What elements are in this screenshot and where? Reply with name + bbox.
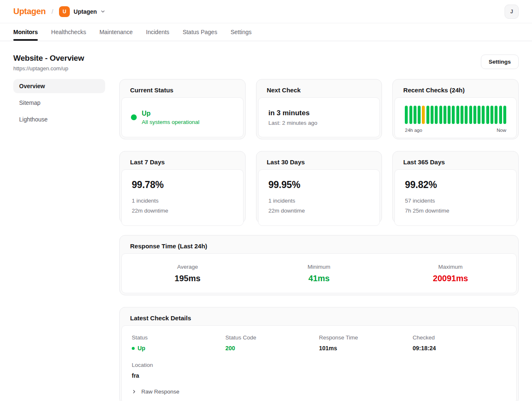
check-bar-up: [456, 106, 459, 124]
org-name: Uptagen: [74, 8, 97, 15]
tab-status-pages[interactable]: Status Pages: [182, 23, 217, 41]
card-title: Recent Checks (24h): [394, 81, 517, 97]
monitor-url: https://uptagen.com/up: [13, 65, 84, 72]
current-status-card: Current Status Up All systems operationa…: [119, 79, 246, 139]
uptime-30d-downtime: 22m downtime: [268, 206, 370, 216]
check-bar-up: [405, 106, 408, 124]
last-check-time: Last: 2 minutes ago: [268, 120, 370, 126]
metric-average-value: 195ms: [122, 274, 253, 283]
monitor-settings-button[interactable]: Settings: [481, 54, 519, 69]
tab-healthchecks[interactable]: Healthchecks: [51, 23, 86, 41]
uptime-30d-card: Last 30 Days 99.95% 1 incidents 22m down…: [256, 151, 382, 223]
uptime-365d-card: Last 365 Days 99.82% 57 incidents 7h 25m…: [392, 151, 519, 223]
bars-left-label: 24h ago: [405, 128, 422, 133]
page-title: Website - Overview: [13, 54, 84, 63]
tab-monitors[interactable]: Monitors: [13, 23, 38, 41]
next-check-body: in 3 minutes Last: 2 minutes ago: [258, 97, 380, 137]
main-nav: Monitors Healthchecks Maintenance Incide…: [0, 23, 532, 41]
check-bar-degraded: [422, 106, 425, 124]
sidebar-item-overview[interactable]: Overview: [13, 79, 105, 93]
page: Website - Overview https://uptagen.com/u…: [0, 54, 532, 401]
check-bar-up: [490, 106, 493, 124]
metric-maximum-label: Maximum: [385, 264, 516, 270]
check-bar-up: [469, 106, 472, 124]
app-logo[interactable]: Uptagen: [13, 7, 46, 16]
cards-grid: Current Status Up All systems operationa…: [119, 79, 519, 401]
check-bar-up: [431, 106, 433, 124]
metric-maximum: Maximum 20091ms: [385, 264, 516, 283]
check-bar-up: [473, 106, 476, 124]
metric-average-label: Average: [122, 264, 253, 270]
content-row: Overview Sitemap Lighthouse Current Stat…: [13, 79, 519, 401]
sidebar-item-sitemap[interactable]: Sitemap: [13, 96, 105, 110]
org-switcher[interactable]: U Uptagen: [59, 6, 105, 17]
check-bar-up: [418, 106, 421, 124]
raw-response-toggle[interactable]: Raw Response: [132, 389, 506, 395]
tab-maintenance[interactable]: Maintenance: [99, 23, 133, 41]
field-location-label: Location: [132, 362, 506, 368]
recent-checks-body: 24h ago Now: [394, 97, 517, 138]
card-title: Last 365 Days: [394, 153, 517, 169]
check-bar-up: [426, 106, 429, 124]
card-title: Last 30 Days: [258, 153, 380, 169]
field-checked: Checked 09:18:24: [413, 334, 506, 351]
check-bar-up: [414, 106, 416, 124]
field-checked-value: 09:18:24: [413, 345, 506, 351]
field-status-code-label: Status Code: [225, 334, 319, 341]
chevron-right-icon: [132, 389, 136, 394]
uptime-7d-downtime: 22m downtime: [132, 206, 233, 216]
status-value: Up: [142, 110, 200, 117]
check-bar-up: [495, 106, 498, 124]
field-status: Status Up: [132, 334, 225, 351]
next-check-value: in 3 minutes: [268, 109, 370, 117]
sidebar-item-lighthouse[interactable]: Lighthouse: [13, 112, 105, 126]
app-header: Uptagen / U Uptagen J: [0, 0, 532, 23]
metric-average: Average 195ms: [122, 264, 253, 283]
recent-checks-card: Recent Checks (24h) 24h ago Now: [392, 79, 519, 139]
check-bar-up: [499, 106, 502, 124]
uptime-7d-incidents: 1 incidents: [132, 196, 233, 206]
field-status-label: Status: [132, 334, 225, 341]
metric-maximum-value: 20091ms: [385, 274, 516, 283]
check-bar-up: [503, 106, 506, 124]
check-bar-up: [461, 106, 463, 124]
card-title: Last 7 Days: [121, 153, 244, 169]
bars-right-label: Now: [497, 128, 506, 133]
header-left: Uptagen / U Uptagen: [13, 6, 105, 17]
breadcrumb-separator: /: [52, 8, 53, 15]
response-time-card: Response Time (Last 24h) Average 195ms M…: [119, 235, 519, 295]
avatar[interactable]: J: [505, 5, 519, 19]
status-up-dot-small: [132, 347, 135, 350]
uptime-365d-incidents: 57 incidents: [405, 196, 506, 206]
card-title: Latest Check Details: [121, 309, 517, 325]
field-response-time-value: 101ms: [319, 345, 412, 351]
tab-incidents[interactable]: Incidents: [146, 23, 169, 41]
recent-checks-bars: [405, 106, 506, 124]
chevron-down-icon: [101, 9, 105, 14]
uptime-30d-incidents: 1 incidents: [268, 196, 370, 206]
check-bar-up: [478, 106, 480, 124]
raw-response-label: Raw Response: [141, 389, 180, 395]
check-bar-up: [439, 106, 442, 124]
field-location: Location fra: [132, 362, 506, 379]
uptime-365d-downtime: 7h 25m downtime: [405, 206, 506, 216]
check-bar-up: [465, 106, 468, 124]
uptime-7d-card: Last 7 Days 99.78% 1 incidents 22m downt…: [119, 151, 246, 223]
check-bar-up: [486, 106, 489, 124]
uptime-30d-value: 99.95%: [268, 179, 370, 191]
uptime-365d-value: 99.82%: [405, 179, 506, 191]
monitor-sidebar: Overview Sitemap Lighthouse: [13, 79, 105, 401]
status-up-dot: [131, 114, 137, 120]
tab-settings[interactable]: Settings: [231, 23, 252, 41]
metric-minimum: Minimum 41ms: [253, 264, 384, 283]
title-block: Website - Overview https://uptagen.com/u…: [13, 54, 84, 72]
check-bar-up: [435, 106, 438, 124]
metric-minimum-value: 41ms: [253, 274, 384, 283]
field-response-time: Response Time 101ms: [319, 334, 412, 351]
latest-check-card: Latest Check Details Status Up Status Co…: [119, 307, 519, 401]
current-status-body: Up All systems operational: [121, 97, 244, 137]
title-row: Website - Overview https://uptagen.com/u…: [13, 54, 519, 72]
metric-minimum-label: Minimum: [253, 264, 384, 270]
field-status-code-value: 200: [225, 345, 319, 351]
card-title: Current Status: [121, 81, 244, 97]
